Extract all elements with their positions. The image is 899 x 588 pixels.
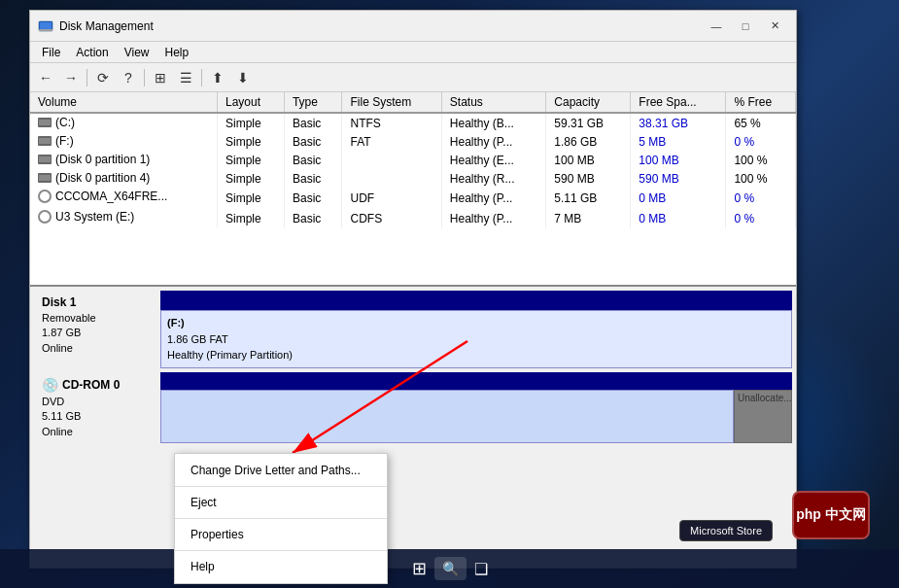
cell-capacity: 590 MB xyxy=(546,169,631,188)
table-row[interactable]: U3 System (E:) Simple Basic CDFS Healthy… xyxy=(30,208,796,228)
ctx-eject[interactable]: Eject xyxy=(175,490,387,515)
toolbar-separator-3 xyxy=(201,69,202,86)
export-button[interactable]: ⬆ xyxy=(206,67,229,88)
cell-free: 0 MB xyxy=(631,188,726,208)
cell-type: Basic xyxy=(284,169,342,188)
refresh-button[interactable]: ⟳ xyxy=(91,67,115,88)
php-logo: php 中文网 xyxy=(792,491,870,539)
cell-status: Healthy (P... xyxy=(441,208,546,228)
cell-type: Basic xyxy=(284,188,342,208)
cell-volume: (C:) xyxy=(30,113,218,132)
ms-store-label: Microsoft Store xyxy=(690,525,762,536)
cdrom-icon: 💿 xyxy=(42,376,58,396)
col-filesystem[interactable]: File System xyxy=(342,92,441,113)
table-row[interactable]: (Disk 0 partition 1) Simple Basic Health… xyxy=(30,151,796,169)
cell-pct: 0 % xyxy=(726,208,796,228)
cell-fs: UDF xyxy=(342,188,441,208)
menu-action[interactable]: Action xyxy=(68,44,116,61)
maximize-button[interactable]: □ xyxy=(732,17,759,36)
help-button[interactable]: ? xyxy=(117,67,140,88)
view-button[interactable]: ⊞ xyxy=(149,67,172,88)
cell-pct: 100 % xyxy=(726,169,796,188)
disk1-partition-f[interactable]: (F:) 1.86 GB FAT Healthy (Primary Partit… xyxy=(160,310,792,368)
cell-status: Healthy (B... xyxy=(441,113,546,132)
disk1-partition-status: Healthy (Primary Partition) xyxy=(167,347,785,363)
cell-type: Basic xyxy=(284,132,342,151)
start-button[interactable]: ⊞ xyxy=(412,558,427,579)
disk1-partition-size: 1.86 GB FAT xyxy=(167,331,785,348)
volume-table: Volume Layout Type File System Status Ca… xyxy=(30,92,796,228)
cell-capacity: 1.86 GB xyxy=(546,132,631,151)
cell-fs: FAT xyxy=(342,132,441,151)
cell-layout: Simple xyxy=(218,208,285,228)
cdrom0-bar-header xyxy=(160,372,792,390)
col-type[interactable]: Type xyxy=(284,92,342,113)
disk1-type: Removable xyxy=(42,311,153,326)
disk1-partition-name: (F:) xyxy=(167,315,785,331)
import-button[interactable]: ⬇ xyxy=(231,67,255,88)
svg-rect-2 xyxy=(39,29,52,31)
close-button[interactable]: ✕ xyxy=(761,17,788,36)
ctx-separator-3 xyxy=(175,550,387,551)
unallocated-label: Unallocate... xyxy=(738,393,792,403)
col-layout[interactable]: Layout xyxy=(218,92,285,113)
forward-button[interactable]: → xyxy=(59,67,83,88)
disk1-bar: (F:) 1.86 GB FAT Healthy (Primary Partit… xyxy=(160,291,792,368)
ctx-help[interactable]: Help xyxy=(175,554,387,579)
cdrom0-status: Online xyxy=(42,425,153,439)
menu-help[interactable]: Help xyxy=(157,44,197,61)
ctx-separator-2 xyxy=(175,518,387,519)
cell-status: Healthy (P... xyxy=(441,188,546,208)
disk1-label: Disk 1 Removable 1.87 GB Online xyxy=(34,291,160,368)
table-row[interactable]: (Disk 0 partition 4) Simple Basic Health… xyxy=(30,169,796,188)
col-status[interactable]: Status xyxy=(441,92,546,113)
table-row[interactable]: CCCOMA_X64FRE... Simple Basic UDF Health… xyxy=(30,188,796,208)
cdrom0-name: CD-ROM 0 xyxy=(62,377,120,394)
cdrom0-bar: Unallocate... xyxy=(160,372,792,444)
minimize-button[interactable]: — xyxy=(703,17,730,36)
search-bar[interactable]: 🔍 xyxy=(434,557,467,580)
cell-status: Healthy (E... xyxy=(441,151,546,169)
col-capacity[interactable]: Capacity xyxy=(546,92,631,113)
col-volume[interactable]: Volume xyxy=(30,92,218,113)
col-pctfree[interactable]: % Free xyxy=(726,92,796,113)
cell-layout: Simple xyxy=(218,188,285,208)
cell-pct: 100 % xyxy=(726,151,796,169)
disk1-size: 1.87 GB xyxy=(42,326,153,340)
back-button[interactable]: ← xyxy=(34,67,57,88)
cell-free: 590 MB xyxy=(631,169,726,188)
table-row[interactable]: (C:) Simple Basic NTFS Healthy (B... 59.… xyxy=(30,113,796,132)
disk1-bar-header xyxy=(160,291,792,310)
disk1-bar-content: (F:) 1.86 GB FAT Healthy (Primary Partit… xyxy=(160,310,792,368)
cell-pct: 0 % xyxy=(726,132,796,151)
svg-rect-1 xyxy=(40,22,52,29)
cell-layout: Simple xyxy=(218,151,285,169)
taskview-button[interactable]: ❑ xyxy=(474,560,488,578)
cdrom0-row: 💿 CD-ROM 0 DVD 5.11 GB Online Unallocate… xyxy=(34,372,792,444)
disk-management-window: Disk Management — □ ✕ File Action View H… xyxy=(29,10,797,569)
cell-volume: CCCOMA_X64FRE... xyxy=(30,188,218,208)
cell-type: Basic xyxy=(284,113,342,132)
cell-pct: 65 % xyxy=(726,113,796,132)
ctx-properties[interactable]: Properties xyxy=(175,522,387,547)
disk1-status: Online xyxy=(42,341,153,356)
col-freespace[interactable]: Free Spa... xyxy=(631,92,726,113)
cell-pct: 0 % xyxy=(726,188,796,208)
cell-fs xyxy=(342,151,441,169)
table-row[interactable]: (F:) Simple Basic FAT Healthy (P... 1.86… xyxy=(30,132,796,151)
cell-type: Basic xyxy=(284,151,342,169)
menu-view[interactable]: View xyxy=(117,44,157,61)
cdrom0-partition[interactable] xyxy=(160,390,734,444)
ctx-change-drive-letter[interactable]: Change Drive Letter and Paths... xyxy=(175,458,387,483)
window-controls: — □ ✕ xyxy=(703,17,788,36)
cell-free: 100 MB xyxy=(631,151,726,169)
volume-table-area: Volume Layout Type File System Status Ca… xyxy=(30,92,796,287)
toolbar-separator-1 xyxy=(86,69,87,86)
toolbar-separator-2 xyxy=(144,69,145,86)
cdrom0-type: DVD xyxy=(42,395,153,409)
list-button[interactable]: ☰ xyxy=(174,67,197,88)
cell-fs: NTFS xyxy=(342,113,441,132)
cell-free: 38.31 GB xyxy=(631,113,726,132)
menu-file[interactable]: File xyxy=(34,44,68,61)
menu-bar: File Action View Help xyxy=(30,42,796,63)
